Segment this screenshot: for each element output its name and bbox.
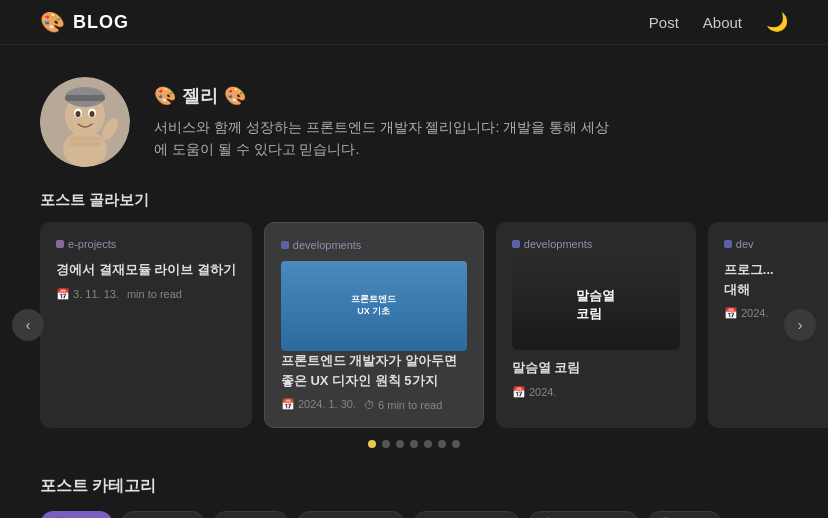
dot-1[interactable] [368, 440, 376, 448]
carousel: ‹ e-projects 경에서 결재모듈 라이브 결하기 📅 3. 11. 1… [0, 222, 828, 428]
profile-info: 🎨 젤리 🎨 서비스와 함께 성장하는 프론트엔드 개발자 젤리입니다: 개발을… [154, 84, 614, 161]
carousel-section-label: 포스트 골라보기 [0, 183, 828, 222]
profile-bio: 서비스와 함께 성장하는 프론트엔드 개발자 젤리입니다: 개발을 통해 세상에… [154, 116, 614, 161]
nav-about[interactable]: About [703, 14, 742, 31]
tag-tailwindcss[interactable]: 💨 tailwindcss 1 [528, 511, 639, 518]
card-1[interactable]: e-projects 경에서 결재모듈 라이브 결하기 📅 3. 11. 13.… [40, 222, 252, 428]
category-section: 포스트 카테고리 🔵 All 30 ▲ next.js 2 ⚛ react 5 … [0, 460, 828, 518]
logo[interactable]: 🎨 BLOG [40, 10, 129, 34]
profile-name-text: 젤리 [182, 84, 218, 108]
card-3[interactable]: developments 말슴열코림 말슴열 코림 📅 2024. [496, 222, 696, 428]
category-tags: 🔵 All 30 ▲ next.js 2 ⚛ react 5 TS typesc… [40, 511, 788, 518]
card-4-title: 프로그...대해 [724, 260, 828, 299]
theme-toggle-button[interactable]: 🌙 [766, 11, 788, 33]
tag-typescript[interactable]: TS typescript 1 [297, 511, 405, 518]
tag-all[interactable]: 🔵 All 30 [40, 511, 113, 518]
card-1-tag: e-projects [56, 238, 236, 250]
card-2-tag-dot [281, 241, 289, 249]
nav-post[interactable]: Post [649, 14, 679, 31]
svg-point-7 [76, 111, 81, 117]
tag-nextjs[interactable]: ▲ next.js 2 [121, 511, 206, 518]
profile-icon-right: 🎨 [224, 85, 246, 107]
dot-7[interactable] [452, 440, 460, 448]
svg-rect-4 [65, 95, 105, 101]
card-1-meta: 📅 3. 11. 13. min to read [56, 288, 236, 301]
carousel-prev-button[interactable]: ‹ [12, 309, 44, 341]
profile-section: 🎨 젤리 🎨 서비스와 함께 성장하는 프론트엔드 개발자 젤리입니다: 개발을… [0, 45, 828, 183]
dot-3[interactable] [396, 440, 404, 448]
card-1-tag-dot [56, 240, 64, 248]
svg-point-8 [90, 111, 95, 117]
card-4-tag: dev [724, 238, 828, 250]
card-2-tag: developments [281, 239, 467, 251]
main-nav: Post About 🌙 [649, 11, 788, 33]
card-3-meta: 📅 2024. [512, 386, 680, 399]
dot-2[interactable] [382, 440, 390, 448]
tag-javascript[interactable]: JS javascript 1 [413, 511, 519, 518]
carousel-track: e-projects 경에서 결재모듈 라이브 결하기 📅 3. 11. 13.… [0, 222, 828, 428]
tag-react[interactable]: ⚛ react 5 [213, 511, 289, 518]
dot-4[interactable] [410, 440, 418, 448]
dot-6[interactable] [438, 440, 446, 448]
header: 🎨 BLOG Post About 🌙 [0, 0, 828, 45]
card-3-tag: developments [512, 238, 680, 250]
carousel-next-button[interactable]: › [784, 309, 816, 341]
card-3-cover: 말슴열코림 [512, 260, 680, 350]
logo-icon: 🎨 [40, 10, 65, 34]
card-2[interactable]: developments 프론트엔드UX 기초 프론트엔드 개발자가 알아두면 … [264, 222, 484, 428]
category-title: 포스트 카테고리 [40, 476, 788, 497]
card-3-tag-dot [512, 240, 520, 248]
card-4-tag-dot [724, 240, 732, 248]
svg-rect-10 [69, 137, 101, 141]
logo-text: BLOG [73, 12, 129, 33]
tag-web[interactable]: 🌐 web 6 [647, 511, 722, 518]
card-2-cover: 프론트엔드UX 기초 [281, 261, 467, 351]
profile-icon-left: 🎨 [154, 85, 176, 107]
card-1-title: 경에서 결재모듈 라이브 결하기 [56, 260, 236, 280]
carousel-dots [0, 440, 828, 448]
dot-5[interactable] [424, 440, 432, 448]
card-2-meta: 📅 2024. 1. 30. ⏱ 6 min to read [281, 398, 467, 411]
card-2-title: 프론트엔드 개발자가 알아두면 좋은 UX 디자인 원칙 5가지 [281, 351, 467, 390]
card-3-title: 말슴열 코림 [512, 358, 680, 378]
avatar [40, 77, 130, 167]
profile-name-row: 🎨 젤리 🎨 [154, 84, 614, 108]
svg-rect-11 [69, 142, 101, 146]
